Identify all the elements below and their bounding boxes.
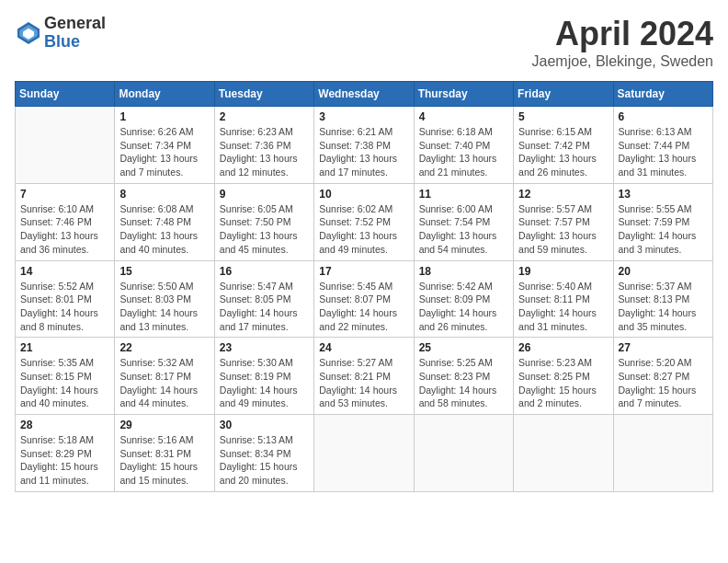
- day-detail: Sunrise: 5:25 AMSunset: 8:23 PMDaylight:…: [419, 356, 508, 410]
- day-detail: Sunrise: 5:32 AMSunset: 8:17 PMDaylight:…: [119, 356, 209, 410]
- page-header: General Blue April 2024 Jaemjoe, Bleking…: [15, 15, 713, 70]
- day-number: 3: [319, 110, 408, 123]
- calendar-cell: [613, 415, 712, 492]
- day-number: 14: [20, 265, 109, 278]
- header-cell-sunday: Sunday: [16, 82, 115, 107]
- day-detail: Sunrise: 5:16 AMSunset: 8:31 PMDaylight:…: [119, 433, 209, 488]
- logo-blue: Blue: [44, 33, 106, 52]
- calendar-cell: 18Sunrise: 5:42 AMSunset: 8:09 PMDayligh…: [414, 260, 513, 338]
- day-detail: Sunrise: 5:35 AMSunset: 8:15 PMDaylight:…: [20, 356, 109, 410]
- day-number: 8: [119, 188, 209, 201]
- calendar-cell: 11Sunrise: 6:00 AMSunset: 7:54 PMDayligh…: [414, 183, 513, 260]
- day-detail: Sunrise: 6:00 AMSunset: 7:54 PMDaylight:…: [419, 202, 508, 257]
- day-number: 27: [619, 341, 708, 354]
- logo-icon: [15, 19, 42, 47]
- calendar-cell: 26Sunrise: 5:23 AMSunset: 8:25 PMDayligh…: [514, 338, 613, 415]
- day-detail: Sunrise: 5:37 AMSunset: 8:13 PMDaylight:…: [619, 280, 708, 334]
- day-number: 18: [419, 265, 508, 278]
- calendar-cell: 19Sunrise: 5:40 AMSunset: 8:11 PMDayligh…: [514, 260, 613, 338]
- day-number: 1: [119, 110, 209, 123]
- day-detail: Sunrise: 5:50 AMSunset: 8:03 PMDaylight:…: [119, 280, 209, 334]
- logo-general: General: [44, 15, 106, 33]
- day-number: 6: [619, 110, 708, 123]
- day-detail: Sunrise: 5:18 AMSunset: 8:29 PMDaylight:…: [20, 433, 109, 488]
- day-number: 7: [20, 188, 109, 201]
- header-cell-wednesday: Wednesday: [314, 82, 414, 107]
- day-detail: Sunrise: 6:15 AMSunset: 7:42 PMDaylight:…: [518, 125, 608, 179]
- day-detail: Sunrise: 5:20 AMSunset: 8:27 PMDaylight:…: [619, 356, 708, 410]
- day-number: 22: [119, 341, 209, 354]
- header-cell-friday: Friday: [514, 82, 613, 107]
- day-number: 16: [220, 265, 309, 278]
- day-number: 30: [220, 419, 309, 431]
- calendar-cell: 22Sunrise: 5:32 AMSunset: 8:17 PMDayligh…: [115, 338, 214, 415]
- day-detail: Sunrise: 5:57 AMSunset: 7:57 PMDaylight:…: [518, 202, 608, 257]
- day-detail: Sunrise: 6:18 AMSunset: 7:40 PMDaylight:…: [419, 125, 508, 179]
- logo-text: General Blue: [44, 15, 106, 52]
- header-row: SundayMondayTuesdayWednesdayThursdayFrid…: [16, 82, 713, 107]
- day-detail: Sunrise: 5:55 AMSunset: 7:59 PMDaylight:…: [619, 202, 708, 257]
- day-detail: Sunrise: 5:45 AMSunset: 8:07 PMDaylight:…: [319, 280, 408, 334]
- calendar-cell: 3Sunrise: 6:21 AMSunset: 7:38 PMDaylight…: [314, 107, 414, 184]
- day-detail: Sunrise: 5:30 AMSunset: 8:19 PMDaylight:…: [220, 356, 309, 410]
- calendar-cell: 2Sunrise: 6:23 AMSunset: 7:36 PMDaylight…: [214, 107, 313, 184]
- day-number: 20: [619, 265, 708, 278]
- calendar-header: SundayMondayTuesdayWednesdayThursdayFrid…: [16, 82, 713, 107]
- calendar-cell: 30Sunrise: 5:13 AMSunset: 8:34 PMDayligh…: [214, 415, 313, 492]
- calendar-week-4: 21Sunrise: 5:35 AMSunset: 8:15 PMDayligh…: [16, 338, 713, 415]
- day-number: 23: [220, 341, 309, 354]
- calendar-cell: 1Sunrise: 6:26 AMSunset: 7:34 PMDaylight…: [115, 107, 214, 184]
- day-detail: Sunrise: 6:26 AMSunset: 7:34 PMDaylight:…: [119, 125, 209, 179]
- calendar-title: April 2024: [532, 15, 713, 53]
- calendar-cell: [16, 107, 115, 184]
- calendar-cell: 6Sunrise: 6:13 AMSunset: 7:44 PMDaylight…: [613, 107, 712, 184]
- calendar-cell: 23Sunrise: 5:30 AMSunset: 8:19 PMDayligh…: [214, 338, 313, 415]
- calendar-body: 1Sunrise: 6:26 AMSunset: 7:34 PMDaylight…: [16, 107, 713, 492]
- header-cell-thursday: Thursday: [414, 82, 513, 107]
- day-detail: Sunrise: 6:08 AMSunset: 7:48 PMDaylight:…: [119, 202, 209, 257]
- day-number: 12: [518, 188, 608, 201]
- calendar-cell: 24Sunrise: 5:27 AMSunset: 8:21 PMDayligh…: [314, 338, 414, 415]
- day-detail: Sunrise: 6:10 AMSunset: 7:46 PMDaylight:…: [20, 202, 109, 257]
- calendar-cell: 10Sunrise: 6:02 AMSunset: 7:52 PMDayligh…: [314, 183, 414, 260]
- day-number: 19: [518, 265, 608, 278]
- calendar-cell: 16Sunrise: 5:47 AMSunset: 8:05 PMDayligh…: [214, 260, 313, 338]
- calendar-cell: 8Sunrise: 6:08 AMSunset: 7:48 PMDaylight…: [115, 183, 214, 260]
- title-block: April 2024 Jaemjoe, Blekinge, Sweden: [532, 15, 713, 70]
- day-number: 25: [419, 341, 508, 354]
- calendar-table: SundayMondayTuesdayWednesdayThursdayFrid…: [15, 81, 713, 492]
- calendar-cell: 29Sunrise: 5:16 AMSunset: 8:31 PMDayligh…: [115, 415, 214, 492]
- calendar-cell: 25Sunrise: 5:25 AMSunset: 8:23 PMDayligh…: [414, 338, 513, 415]
- day-detail: Sunrise: 5:13 AMSunset: 8:34 PMDaylight:…: [220, 433, 309, 488]
- day-detail: Sunrise: 5:27 AMSunset: 8:21 PMDaylight:…: [319, 356, 408, 410]
- day-detail: Sunrise: 5:47 AMSunset: 8:05 PMDaylight:…: [220, 280, 309, 334]
- day-number: 9: [220, 188, 309, 201]
- calendar-cell: 27Sunrise: 5:20 AMSunset: 8:27 PMDayligh…: [613, 338, 712, 415]
- day-detail: Sunrise: 5:23 AMSunset: 8:25 PMDaylight:…: [518, 356, 608, 410]
- header-cell-tuesday: Tuesday: [214, 82, 313, 107]
- calendar-cell: 15Sunrise: 5:50 AMSunset: 8:03 PMDayligh…: [115, 260, 214, 338]
- day-number: 2: [220, 110, 309, 123]
- day-number: 26: [518, 341, 608, 354]
- day-detail: Sunrise: 6:02 AMSunset: 7:52 PMDaylight:…: [319, 202, 408, 257]
- calendar-cell: 13Sunrise: 5:55 AMSunset: 7:59 PMDayligh…: [613, 183, 712, 260]
- calendar-cell: 20Sunrise: 5:37 AMSunset: 8:13 PMDayligh…: [613, 260, 712, 338]
- day-number: 28: [20, 419, 109, 431]
- day-detail: Sunrise: 6:13 AMSunset: 7:44 PMDaylight:…: [619, 125, 708, 179]
- calendar-week-1: 1Sunrise: 6:26 AMSunset: 7:34 PMDaylight…: [16, 107, 713, 184]
- calendar-cell: 4Sunrise: 6:18 AMSunset: 7:40 PMDaylight…: [414, 107, 513, 184]
- day-detail: Sunrise: 6:21 AMSunset: 7:38 PMDaylight:…: [319, 125, 408, 179]
- calendar-cell: 21Sunrise: 5:35 AMSunset: 8:15 PMDayligh…: [16, 338, 115, 415]
- day-number: 21: [20, 341, 109, 354]
- day-detail: Sunrise: 6:23 AMSunset: 7:36 PMDaylight:…: [220, 125, 309, 179]
- day-number: 13: [619, 188, 708, 201]
- calendar-cell: 7Sunrise: 6:10 AMSunset: 7:46 PMDaylight…: [16, 183, 115, 260]
- day-number: 24: [319, 341, 408, 354]
- calendar-location: Jaemjoe, Blekinge, Sweden: [532, 53, 713, 70]
- calendar-cell: 17Sunrise: 5:45 AMSunset: 8:07 PMDayligh…: [314, 260, 414, 338]
- day-detail: Sunrise: 5:52 AMSunset: 8:01 PMDaylight:…: [20, 280, 109, 334]
- calendar-cell: 12Sunrise: 5:57 AMSunset: 7:57 PMDayligh…: [514, 183, 613, 260]
- calendar-cell: 9Sunrise: 6:05 AMSunset: 7:50 PMDaylight…: [214, 183, 313, 260]
- calendar-cell: [414, 415, 513, 492]
- day-detail: Sunrise: 5:40 AMSunset: 8:11 PMDaylight:…: [518, 280, 608, 334]
